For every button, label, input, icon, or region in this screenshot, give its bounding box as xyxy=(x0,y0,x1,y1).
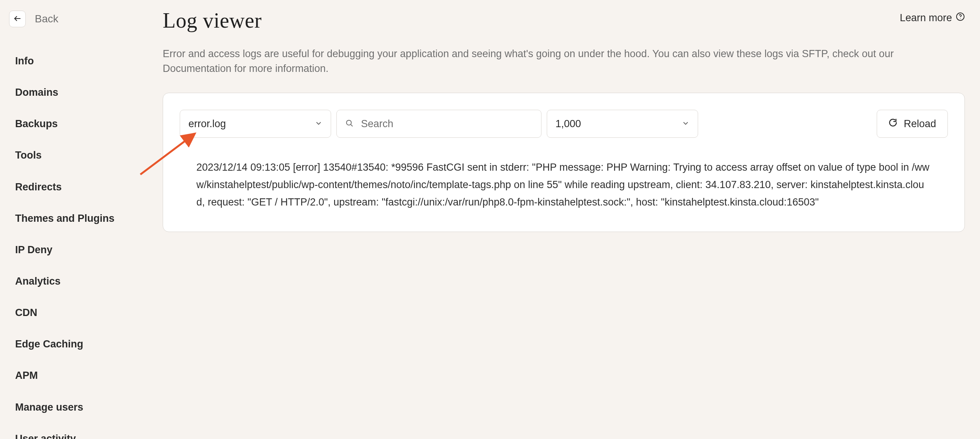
sidebar-nav: InfoDomainsBackupsToolsRedirectsThemes a… xyxy=(0,45,163,439)
search-field-wrapper xyxy=(336,110,541,138)
learn-more-label: Learn more xyxy=(900,11,952,25)
log-file-select[interactable]: error.log xyxy=(180,110,331,138)
controls-row: error.log 1,000 xyxy=(180,110,948,138)
reload-button[interactable]: Reload xyxy=(877,110,948,138)
log-entry: 2023/12/14 09:13:05 [error] 13540#13540:… xyxy=(196,159,931,211)
sidebar: Back InfoDomainsBackupsToolsRedirectsThe… xyxy=(0,0,163,439)
help-icon xyxy=(956,11,965,25)
log-output: 2023/12/14 09:13:05 [error] 13540#13540:… xyxy=(180,159,948,211)
app-root: Back InfoDomainsBackupsToolsRedirectsThe… xyxy=(0,0,980,439)
arrow-left-icon xyxy=(13,14,22,24)
chevron-down-icon xyxy=(682,116,689,131)
page-description: Error and access logs are useful for deb… xyxy=(163,46,965,76)
search-input[interactable] xyxy=(360,118,533,130)
search-icon xyxy=(345,116,353,131)
sidebar-item-backups[interactable]: Backups xyxy=(0,108,161,140)
back-label: Back xyxy=(35,11,58,27)
main-content: Log viewer Learn more Error and access l… xyxy=(163,0,980,439)
log-file-selected-value: error.log xyxy=(188,116,226,131)
back-row: Back xyxy=(0,11,163,45)
reload-label: Reload xyxy=(904,118,936,130)
lines-count-value: 1,000 xyxy=(555,116,581,131)
sidebar-item-info[interactable]: Info xyxy=(0,45,161,77)
chevron-down-icon xyxy=(315,116,322,131)
back-button[interactable] xyxy=(9,11,26,27)
sidebar-item-manage-users[interactable]: Manage users xyxy=(0,392,161,423)
sidebar-item-ip-deny[interactable]: IP Deny xyxy=(0,234,161,266)
header-row: Log viewer Learn more xyxy=(163,5,965,36)
sidebar-item-themes-and-plugins[interactable]: Themes and Plugins xyxy=(0,203,161,234)
sidebar-item-user-activity[interactable]: User activity xyxy=(0,423,161,439)
sidebar-item-cdn[interactable]: CDN xyxy=(0,297,161,329)
svg-line-4 xyxy=(351,124,352,126)
reload-icon xyxy=(888,118,897,130)
sidebar-item-domains[interactable]: Domains xyxy=(0,77,161,108)
sidebar-item-redirects[interactable]: Redirects xyxy=(0,172,161,203)
learn-more-link[interactable]: Learn more xyxy=(900,5,965,25)
lines-count-select[interactable]: 1,000 xyxy=(547,110,698,138)
page-title: Log viewer xyxy=(163,5,262,36)
svg-point-2 xyxy=(960,18,961,19)
sidebar-item-tools[interactable]: Tools xyxy=(0,140,161,171)
log-viewer-card: error.log 1,000 xyxy=(163,93,965,232)
sidebar-item-edge-caching[interactable]: Edge Caching xyxy=(0,329,161,360)
sidebar-item-analytics[interactable]: Analytics xyxy=(0,266,161,297)
sidebar-item-apm[interactable]: APM xyxy=(0,360,161,391)
